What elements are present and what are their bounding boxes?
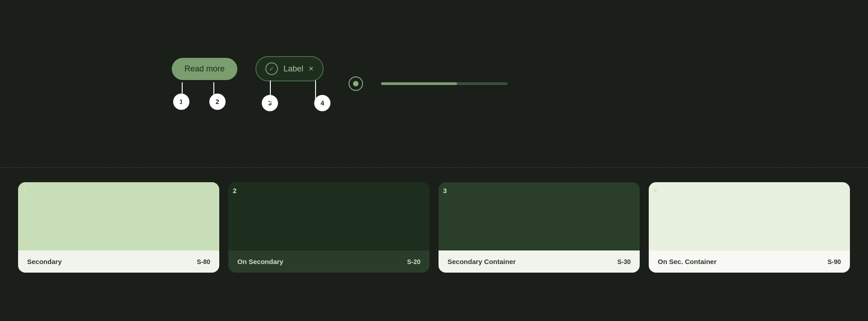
swatch-number-4: 4	[653, 187, 657, 194]
swatch-label-2: On Secondary	[237, 258, 283, 265]
annotation-line-3	[270, 80, 271, 103]
swatch-code-1: S-80	[197, 258, 210, 265]
chip-button[interactable]: ✓ Label ×	[255, 56, 324, 81]
swatch-bottom-2: On Secondary S-20	[228, 250, 429, 273]
swatch-code-2: S-20	[407, 258, 420, 265]
swatch-top-1	[18, 182, 219, 250]
swatch-top-4	[649, 182, 850, 250]
swatch-bottom-3: Secondary Container S-30	[439, 250, 640, 273]
swatch-number-1: 1	[23, 187, 26, 194]
read-more-button[interactable]: Read more	[172, 58, 237, 80]
annotation-dot-2: 2	[209, 94, 226, 110]
annotation-line-4	[315, 80, 316, 103]
slider-container	[381, 82, 508, 85]
slider-fill	[381, 82, 457, 85]
annotation-line-2	[213, 82, 214, 105]
top-section: Read more 1 2 ✓ Label × 3 4	[0, 0, 868, 167]
radio-button[interactable]	[349, 76, 363, 91]
swatch-top-2	[228, 182, 429, 250]
color-swatches-section: 1 Secondary S-80 2 On Secondary S-20 3 S…	[0, 168, 868, 287]
chip-group: ✓ Label × 3 4	[255, 56, 330, 111]
annotation-dot-1: 1	[173, 94, 189, 110]
swatch-bottom-1: Secondary S-80	[18, 250, 219, 273]
swatch-label-1: Secondary	[27, 258, 62, 265]
swatch-card-1: 1 Secondary S-80	[18, 182, 219, 273]
close-icon[interactable]: ×	[309, 64, 314, 74]
annotation-line-1	[182, 82, 183, 105]
swatch-card-3: 3 Secondary Container S-30	[439, 182, 640, 273]
swatch-code-3: S-30	[617, 258, 631, 265]
swatch-number-2: 2	[233, 187, 236, 194]
swatch-code-4: S-90	[827, 258, 841, 265]
radio-inner-dot	[353, 81, 359, 86]
swatch-card-2: 2 On Secondary S-20	[228, 182, 429, 273]
slider-track[interactable]	[381, 82, 508, 85]
swatch-number-3: 3	[443, 187, 447, 194]
swatch-label-3: Secondary Container	[448, 258, 516, 265]
swatch-bottom-4: On Sec. Container S-90	[649, 250, 850, 273]
swatch-label-4: On Sec. Container	[658, 258, 717, 265]
swatch-card-4: 4 On Sec. Container S-90	[649, 182, 850, 273]
swatch-top-3	[439, 182, 640, 250]
checkmark-icon: ✓	[265, 62, 278, 75]
read-more-group: Read more 1 2	[172, 58, 237, 110]
chip-label: Label	[283, 64, 303, 74]
annotation-dot-4: 4	[314, 95, 330, 111]
annotation-dots-2: 3 4	[262, 95, 330, 111]
annotation-dots-1: 1 2	[173, 94, 226, 110]
